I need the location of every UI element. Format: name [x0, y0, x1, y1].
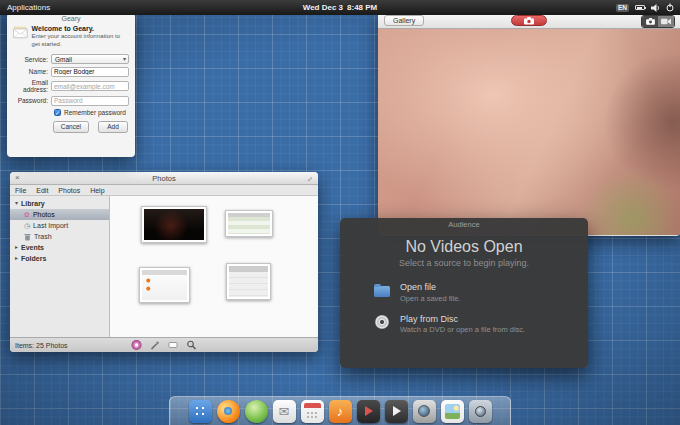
dock-icon-midori[interactable]: [245, 400, 268, 423]
battery-icon[interactable]: [635, 5, 645, 10]
geary-welcome-text-block: Welcome to Geary. Enter your account inf…: [32, 25, 129, 49]
service-label: Service:: [13, 56, 51, 63]
last-import-label: Last Import: [33, 220, 68, 231]
add-button[interactable]: Add: [98, 121, 128, 133]
photo-thumbnail[interactable]: [141, 206, 207, 243]
publish-icon[interactable]: [169, 342, 178, 348]
play-disc-title: Play from Disc: [400, 314, 525, 324]
dock-icon-calendar[interactable]: [301, 400, 324, 423]
gallery-button[interactable]: Gallery: [384, 15, 424, 26]
password-field[interactable]: [51, 96, 129, 106]
dock-icon-applications[interactable]: [189, 400, 212, 423]
sidebar-item-photos[interactable]: ✿ Photos: [10, 209, 109, 220]
open-file-title: Open file: [400, 282, 460, 292]
audience-options: Open file Open a saved file. Play from D…: [373, 282, 555, 334]
cd-icon[interactable]: [132, 340, 142, 350]
name-row: Name:: [13, 67, 129, 77]
top-panel: Applications Wed Dec 38:48 PM EN: [0, 0, 680, 15]
audience-window: Audience No Videos Open Select a source …: [340, 218, 588, 368]
photos-window: × Photos ↔ File Edit Photos Help ▾ Libra…: [10, 172, 318, 352]
service-row: Service: Gmail ▾: [13, 54, 129, 64]
cancel-button[interactable]: Cancel: [53, 121, 89, 133]
dock-icon-videos[interactable]: [357, 400, 380, 423]
applications-menu[interactable]: Applications: [0, 3, 57, 12]
maximize-icon[interactable]: ↔: [303, 172, 315, 184]
welcome-title: Welcome to Geary.: [32, 25, 129, 32]
events-label: Events: [21, 242, 44, 253]
photos-flower-icon: ✿: [24, 209, 30, 220]
menu-photos[interactable]: Photos: [53, 187, 85, 194]
camera-shutter-icon: [524, 17, 534, 25]
password-row: Password:: [13, 96, 129, 106]
statusbar-tools: [132, 340, 197, 350]
expander-icon[interactable]: ▸: [15, 253, 18, 264]
photo-mode-button[interactable]: [642, 16, 658, 27]
geary-welcome-header: Welcome to Geary. Enter your account inf…: [7, 24, 135, 52]
dock-icon-screenshot[interactable]: [469, 400, 492, 423]
email-field[interactable]: [51, 81, 129, 91]
photos-window-title: Photos: [152, 174, 175, 183]
keyboard-layout-indicator[interactable]: EN: [616, 4, 629, 12]
password-label: Password:: [13, 97, 51, 104]
geary-buttons: Cancel Add: [14, 121, 128, 133]
video-mode-button[interactable]: [658, 16, 674, 27]
dock-icon-mail[interactable]: ✉: [273, 400, 296, 423]
enhance-icon[interactable]: [151, 341, 160, 350]
video-mode-icon: [661, 18, 671, 25]
service-select[interactable]: Gmail ▾: [51, 54, 129, 64]
dock-icon-firefox[interactable]: [217, 400, 240, 423]
panel-indicators: EN: [616, 3, 680, 12]
items-count: Items: 25 Photos: [10, 342, 68, 349]
expander-icon[interactable]: ▸: [15, 242, 18, 253]
photos-grid: [110, 196, 318, 337]
dock-icon-music[interactable]: ♪: [329, 400, 352, 423]
camera-window: Gallery: [378, 12, 680, 236]
camera-mode-switch: [641, 15, 675, 28]
open-file-option[interactable]: Open file Open a saved file.: [373, 282, 555, 303]
sound-icon[interactable]: [651, 4, 660, 12]
play-from-disc-option[interactable]: Play from Disc Watch a DVD or open a fil…: [373, 314, 555, 335]
photo-thumbnail[interactable]: [226, 263, 271, 300]
audience-subheading: Select a source to begin playing.: [340, 258, 588, 268]
folder-icon: [374, 286, 390, 297]
email-label: Email address:: [13, 79, 51, 93]
name-field[interactable]: [51, 67, 129, 77]
photos-statusbar: Items: 25 Photos: [10, 337, 318, 352]
clock-indicator[interactable]: Wed Dec 38:48 PM: [301, 3, 380, 12]
close-icon[interactable]: ×: [15, 174, 20, 182]
name-label: Name:: [13, 68, 51, 75]
sidebar-item-folders[interactable]: ▸ Folders: [10, 253, 109, 264]
photos-body: ▾ Library ✿ Photos ◷ Last Import Trash ▸: [10, 196, 318, 337]
sidebar-item-last-import[interactable]: ◷ Last Import: [10, 220, 109, 231]
menu-file[interactable]: File: [10, 187, 31, 194]
camera-viewfinder[interactable]: [378, 29, 680, 235]
open-file-desc: Open a saved file.: [400, 294, 460, 303]
photo-thumbnail[interactable]: [139, 267, 190, 303]
expander-icon[interactable]: ▾: [15, 198, 18, 209]
photos-titlebar[interactable]: × Photos ↔: [10, 172, 318, 185]
chevron-down-icon: ▾: [123, 55, 126, 64]
trash-label: Trash: [34, 231, 52, 242]
sidebar-item-events[interactable]: ▸ Events: [10, 242, 109, 253]
dock-icon-media-player[interactable]: [385, 400, 408, 423]
play-disc-desc: Watch a DVD or open a file from disc.: [400, 325, 525, 334]
remember-password-checkbox[interactable]: ✓: [54, 109, 61, 116]
audience-heading: No Videos Open: [340, 238, 588, 256]
sidebar-item-trash[interactable]: Trash: [10, 231, 109, 242]
remember-password-row: ✓ Remember password: [54, 109, 129, 116]
audience-titlebar[interactable]: Audience: [340, 218, 588, 232]
dock-icon-camera[interactable]: [413, 400, 436, 423]
geary-window: Geary Welcome to Geary. Enter your accou…: [7, 13, 135, 157]
power-icon[interactable]: [666, 3, 674, 12]
sidebar-item-library[interactable]: ▾ Library: [10, 198, 109, 209]
photos-menubar: File Edit Photos Help: [10, 185, 318, 196]
menu-help[interactable]: Help: [85, 187, 109, 194]
service-value: Gmail: [55, 56, 72, 63]
menu-edit[interactable]: Edit: [31, 187, 53, 194]
zoom-icon[interactable]: [187, 340, 197, 350]
capture-button[interactable]: [511, 15, 547, 26]
dock-icon-photos[interactable]: [441, 400, 464, 423]
folders-label: Folders: [21, 253, 46, 264]
remember-password-label: Remember password: [64, 109, 126, 116]
photo-thumbnail[interactable]: [225, 210, 273, 237]
